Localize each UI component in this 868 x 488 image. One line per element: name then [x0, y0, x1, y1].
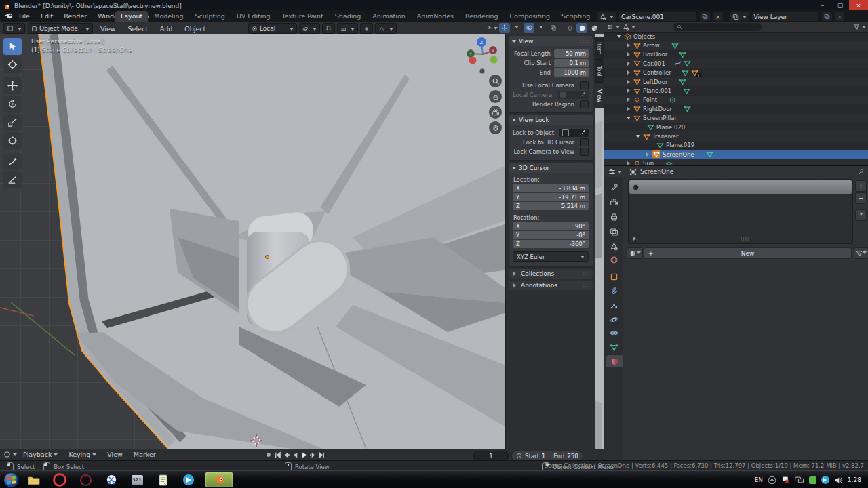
current-frame-field[interactable]: 1: [473, 451, 509, 461]
menu-render[interactable]: Render: [58, 10, 92, 22]
tab-output[interactable]: [608, 211, 620, 223]
workspace-tab-sculpting[interactable]: Sculpting: [190, 11, 231, 22]
xray-toggle[interactable]: [548, 23, 559, 33]
tool-measure[interactable]: [3, 171, 22, 188]
menu-select[interactable]: Select: [123, 25, 153, 33]
zoom-button[interactable]: [489, 75, 502, 87]
tab-world[interactable]: [608, 253, 620, 266]
tab-view-layer[interactable]: [608, 226, 620, 238]
outliner-row-plane001[interactable]: Plane.001: [604, 86, 868, 95]
tab-render[interactable]: [608, 196, 620, 208]
shading-material-button[interactable]: [589, 23, 599, 33]
tray-clock[interactable]: 1:28: [848, 476, 861, 483]
npanel-tab-view[interactable]: View: [595, 83, 604, 108]
play-reverse-button[interactable]: [291, 451, 299, 459]
remove-view-layer-button[interactable]: ×: [835, 12, 846, 22]
outliner-row-sun[interactable]: Sun: [604, 159, 868, 165]
tray-volume-icon[interactable]: [834, 476, 843, 485]
gizmo-x-neg[interactable]: [469, 57, 477, 64]
workspace-tab-compositing[interactable]: Compositing: [504, 11, 555, 22]
mode-dropdown[interactable]: Object Mode: [28, 23, 93, 34]
tool-cursor[interactable]: [3, 56, 22, 73]
new-material-button[interactable]: + New: [644, 247, 852, 259]
menu-view[interactable]: View: [96, 25, 121, 33]
gizmo-y-neg[interactable]: [490, 56, 498, 64]
outliner-row-screenone[interactable]: ScreenOne: [604, 150, 868, 159]
tab-particles[interactable]: [608, 300, 620, 312]
maximize-button[interactable]: ▢: [831, 0, 849, 10]
outliner-editor-type-button[interactable]: [607, 23, 620, 30]
timeline-editor-type-button[interactable]: [3, 451, 17, 458]
tool-transform[interactable]: [3, 132, 22, 149]
clip-start-field[interactable]: 0.1 m: [554, 59, 589, 67]
outliner-row-transiver[interactable]: Transiver: [604, 131, 868, 140]
cursor-rotation-y[interactable]: Y-0°: [513, 231, 589, 239]
shading-solid-button[interactable]: [576, 23, 587, 33]
workspace-tab-animnodes[interactable]: AnimNodes: [412, 11, 459, 22]
cursor-location-z[interactable]: Z5.514 m: [513, 202, 589, 210]
gizmo-perspective-dot[interactable]: [480, 69, 485, 74]
tab-object[interactable]: [608, 270, 620, 283]
slot-list-expand-icon[interactable]: [633, 237, 638, 241]
tab-modifiers[interactable]: [608, 285, 620, 297]
outliner-row-point[interactable]: Point: [604, 96, 868, 104]
next-keyframe-button[interactable]: [309, 451, 317, 459]
outliner-filter-button[interactable]: [853, 23, 866, 30]
stopwatch-icon[interactable]: [516, 453, 522, 459]
focal-length-field[interactable]: 50 mm: [554, 49, 589, 58]
tab-material[interactable]: [606, 355, 623, 367]
outliner-row-plane019[interactable]: Plane.019: [604, 141, 868, 150]
workspace-tab-animation[interactable]: Animation: [367, 11, 410, 22]
overlays-settings-dropdown[interactable]: [536, 23, 547, 33]
view-layer-name-field[interactable]: View Layer: [751, 12, 819, 22]
tab-constraints[interactable]: [608, 327, 620, 339]
workspace-tab-scripting[interactable]: Scripting: [556, 11, 595, 22]
render-region-checkbox[interactable]: [580, 100, 589, 108]
tray-network-icon[interactable]: [795, 476, 804, 484]
outliner-row-car001[interactable]: Car.001: [604, 59, 868, 68]
snap-toggle[interactable]: [322, 23, 335, 34]
outliner-row-boxdoor[interactable]: BoxDoor: [604, 50, 868, 59]
tab-physics[interactable]: [608, 313, 620, 325]
pin-icon[interactable]: [857, 168, 865, 176]
tool-move[interactable]: [3, 77, 22, 94]
menu-edit[interactable]: Edit: [35, 10, 58, 22]
tab-tool[interactable]: [608, 181, 620, 193]
workspace-tab-uv-editing[interactable]: UV Editing: [231, 11, 276, 22]
unlink-scene-button[interactable]: ×: [713, 12, 724, 22]
panel-annotations-header[interactable]: Annotations::::: [509, 281, 593, 290]
tool-select-box[interactable]: [3, 38, 22, 55]
npanel-tab-item[interactable]: Item: [595, 37, 604, 60]
workspace-tab-rendering[interactable]: Rendering: [460, 11, 504, 22]
taskbar-media-player-icon[interactable]: 321: [127, 472, 147, 487]
blender-menu-icon[interactable]: [4, 12, 14, 20]
properties-editor-type-button[interactable]: [608, 168, 622, 176]
panel-collections-header[interactable]: Collections::::: [509, 269, 593, 279]
taskbar-opera-icon[interactable]: [50, 472, 70, 487]
shading-wireframe-button[interactable]: [564, 23, 575, 33]
show-object-types-dropdown[interactable]: [487, 23, 498, 33]
proportional-editing-toggle[interactable]: [360, 23, 373, 34]
local-camera-field[interactable]: [557, 91, 589, 99]
tab-object-data[interactable]: [608, 341, 620, 353]
tray-telegram-icon[interactable]: [821, 476, 829, 484]
jump-to-start-button[interactable]: [273, 451, 281, 459]
editor-type-button[interactable]: [3, 23, 25, 34]
slot-list-grip[interactable]: ||||: [741, 237, 749, 242]
outliner-row-screenpillar[interactable]: ScreenPillar: [604, 114, 868, 123]
workspace-tab-layout[interactable]: Layout: [115, 11, 148, 22]
scene-browse-button[interactable]: [597, 12, 616, 22]
show-gizmo-toggle[interactable]: [499, 23, 510, 33]
tray-green-app-icon[interactable]: [809, 476, 816, 484]
pan-hand-button[interactable]: [489, 90, 502, 103]
material-filter-button[interactable]: [854, 247, 868, 259]
new-scene-button[interactable]: [699, 12, 711, 22]
new-view-layer-button[interactable]: [821, 12, 833, 22]
cursor-location-y[interactable]: Y-19.71 m: [513, 193, 589, 201]
taskbar-explorer-icon[interactable]: [24, 472, 44, 487]
tab-scene[interactable]: [608, 240, 620, 252]
npanel-tab-tool[interactable]: Tool: [595, 60, 604, 83]
show-overlays-toggle[interactable]: [524, 23, 534, 33]
taskbar-notepad-icon[interactable]: [153, 472, 173, 487]
previous-keyframe-button[interactable]: [282, 451, 290, 459]
